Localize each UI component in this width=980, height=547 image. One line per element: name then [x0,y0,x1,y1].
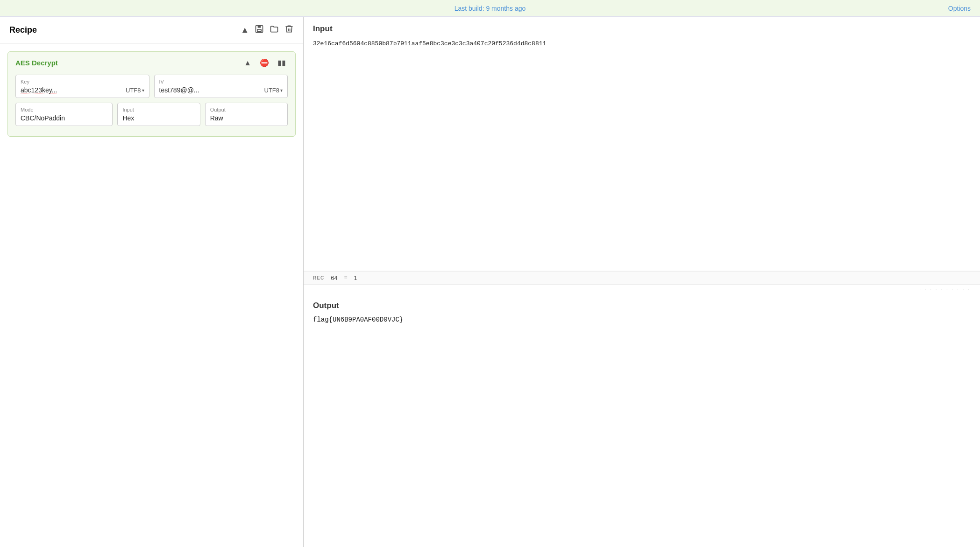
char-count: 64 [331,274,337,281]
options-button[interactable]: Options [948,5,971,12]
output-textarea[interactable] [313,316,971,540]
input-section: Input [304,17,980,271]
status-separator: ≡ [344,274,348,281]
recipe-title: Recipe [9,25,235,35]
output-section: Output [304,294,980,547]
operation-collapse-button[interactable]: ▲ [242,58,253,68]
mode-input-output-row: Mode CBC/NoPaddin Input Hex Output Raw [15,103,288,126]
operation-controls: ▲ ⛔ ▮▮ [242,57,288,68]
divider-dots: · · · · · · · · · · [304,285,980,294]
open-folder-icon[interactable] [270,24,279,36]
line-count: 1 [354,274,357,281]
output-encoding-field: Output Raw [205,103,288,126]
iv-value[interactable]: test789@@... [159,86,199,94]
svg-rect-1 [258,26,261,28]
input-encoding-label: Input [122,107,195,112]
input-section-title: Input [313,24,971,34]
mode-label: Mode [21,107,107,112]
iv-label: IV [159,79,283,84]
iv-field: IV test789@@... UTF8 [154,75,288,98]
main-layout: Recipe ▲ [0,17,980,547]
delete-icon[interactable] [284,24,294,36]
key-value[interactable]: abc123key... [21,86,57,94]
rec-label: REC [313,275,324,281]
right-panel: Input REC 64 ≡ 1 · · · · · · · · · · Out… [304,17,980,547]
iv-encoding-dropdown[interactable]: UTF8 [264,87,283,94]
input-statusbar: REC 64 ≡ 1 [304,271,980,285]
aes-decrypt-block: AES Decrypt ▲ ⛔ ▮▮ Key abc123key... UTF8 [7,51,296,137]
output-section-title: Output [313,301,971,310]
key-encoding-dropdown[interactable]: UTF8 [126,87,144,94]
operation-disable-button[interactable]: ⛔ [258,57,271,68]
mode-value[interactable]: CBC/NoPaddin [21,114,107,122]
operation-title: AES Decrypt [15,59,242,67]
left-panel: Recipe ▲ [0,17,304,547]
output-encoding-label: Output [210,107,283,112]
key-label: Key [21,79,144,84]
key-iv-row: Key abc123key... UTF8 IV test789@@... UT… [15,75,288,98]
collapse-icon[interactable]: ▲ [241,25,249,35]
mode-field: Mode CBC/NoPaddin [15,103,113,126]
input-textarea[interactable] [313,39,971,263]
input-encoding-field: Input Hex [117,103,200,126]
key-field: Key abc123key... UTF8 [15,75,149,98]
operation-pause-button[interactable]: ▮▮ [276,57,288,68]
last-build-label: Last build: 9 months ago [454,5,526,12]
output-encoding-value[interactable]: Raw [210,114,283,122]
save-icon[interactable] [255,24,264,36]
svg-rect-2 [257,29,261,32]
operation-header: AES Decrypt ▲ ⛔ ▮▮ [15,57,288,68]
top-bar: Last build: 9 months ago Options [0,0,980,17]
input-encoding-value[interactable]: Hex [122,114,195,122]
recipe-header: Recipe ▲ [0,17,303,44]
